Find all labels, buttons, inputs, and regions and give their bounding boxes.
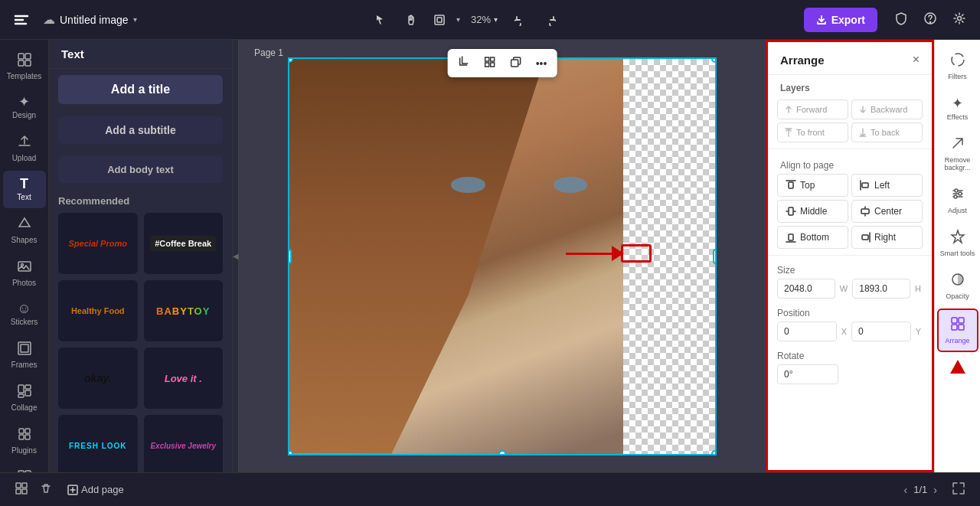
pointer-tool-btn[interactable]	[369, 9, 394, 31]
sidebar-item-frames[interactable]: Frames	[3, 335, 46, 376]
forward-btn[interactable]: Forward	[777, 100, 848, 119]
svg-rect-9	[25, 54, 31, 59]
align-middle-btn[interactable]: Middle	[777, 200, 848, 223]
smart-tools-btn[interactable]: Smart tools	[937, 223, 978, 264]
settings-icon-btn[interactable]	[948, 7, 971, 33]
shapes-icon	[17, 216, 32, 233]
panel-collapse-handle[interactable]: ◀	[233, 40, 239, 472]
canvas-area[interactable]: Page 1 •••	[239, 40, 766, 472]
duplicate-tool-btn[interactable]	[505, 52, 528, 74]
arrange-close-btn[interactable]: ×	[913, 53, 920, 67]
to-back-btn[interactable]: To back	[851, 122, 923, 142]
pos-x-input[interactable]	[777, 322, 837, 341]
sidebar-item-design[interactable]: ✦ Design	[3, 89, 46, 126]
resize-handle-mr[interactable]	[713, 249, 717, 264]
adjust-icon	[950, 186, 965, 205]
align-top-btn[interactable]: Top	[777, 174, 848, 197]
size-height-input[interactable]	[852, 279, 910, 299]
align-right-btn[interactable]: Right	[851, 226, 923, 249]
template-babytoy[interactable]: BABYTOY	[144, 280, 224, 341]
logo-icon[interactable]	[9, 8, 34, 32]
chevron-down-icon[interactable]: ▾	[133, 15, 137, 24]
filters-btn[interactable]: Filters	[937, 46, 978, 87]
template-coffee-break[interactable]: #Coffee Break	[144, 213, 224, 274]
add-body-btn[interactable]: Add body text	[58, 156, 223, 183]
delete-btn[interactable]	[37, 479, 55, 501]
svg-point-47	[952, 54, 964, 66]
pos-y-input[interactable]	[851, 322, 911, 341]
tmpl-special-promo-text: Special Promo	[69, 239, 127, 248]
svg-rect-17	[18, 385, 24, 393]
sidebar-item-plugins[interactable]: Plugins	[3, 420, 46, 462]
sidebar-item-more[interactable]	[3, 463, 46, 472]
export-button[interactable]: Export	[804, 8, 877, 32]
template-fresh-look[interactable]: FRESH LOOK	[58, 415, 138, 472]
canvas-frame[interactable]	[288, 57, 717, 455]
align-left-btn[interactable]: Left	[851, 174, 923, 197]
resize-handle-ml[interactable]	[288, 249, 292, 264]
resize-handle-br[interactable]	[711, 450, 717, 455]
template-love-it[interactable]: Love it .	[144, 348, 224, 409]
sidebar-item-shapes[interactable]: Shapes	[3, 210, 46, 251]
sidebar-item-templates[interactable]: Templates	[3, 46, 46, 87]
doc-title[interactable]: Untitled image	[60, 14, 129, 26]
template-exclusive-jewelry[interactable]: Exclusive Jewelry	[144, 415, 224, 472]
svg-marker-51	[952, 230, 964, 243]
effects-btn[interactable]: ✦ Effects	[937, 89, 978, 128]
size-width-input[interactable]	[777, 279, 835, 299]
sidebar-item-upload[interactable]: Upload	[3, 128, 46, 169]
position-section: Position X Y	[768, 305, 932, 348]
sidebar-item-photos[interactable]: Photos	[3, 253, 46, 294]
sidebar-item-collage[interactable]: Collage	[3, 377, 46, 419]
next-page-btn[interactable]: ›	[933, 484, 937, 496]
zoom-control[interactable]: 32% ▾	[465, 11, 504, 28]
crop-tool-btn[interactable]	[452, 52, 475, 74]
svg-point-14	[21, 264, 23, 266]
undo-btn[interactable]	[508, 9, 533, 31]
grid-view-btn[interactable]	[12, 479, 31, 501]
prev-page-btn[interactable]: ‹	[904, 484, 908, 496]
remove-bg-btn[interactable]: Remove backgr...	[937, 129, 978, 179]
eye-right	[554, 177, 587, 193]
sidebar-item-stickers[interactable]: ☺ Stickers	[3, 295, 46, 333]
svg-rect-11	[25, 60, 31, 66]
opacity-btn[interactable]: Opacity	[937, 266, 978, 307]
frame-tool-btn[interactable]	[427, 9, 452, 31]
red-arrow-annotation	[566, 244, 652, 263]
text-panel: Text Add a title Add a subtitle Add body…	[49, 40, 233, 472]
filters-icon	[950, 52, 965, 71]
shield-icon-btn[interactable]	[890, 7, 913, 33]
resize-handle-bm[interactable]	[498, 450, 506, 455]
template-okay[interactable]: okay.	[58, 348, 138, 409]
bottom-bar: Add page ‹ 1/1 ›	[0, 472, 980, 506]
design-icon: ✦	[18, 95, 30, 109]
resize-handle-tr[interactable]	[711, 57, 717, 63]
add-subtitle-btn[interactable]: Add a subtitle	[58, 116, 223, 144]
backward-btn[interactable]: Backward	[851, 100, 923, 119]
rotate-input[interactable]	[777, 364, 838, 384]
svg-rect-59	[16, 489, 21, 494]
fullscreen-btn[interactable]	[949, 479, 968, 501]
text-sidebar-icon: T	[20, 177, 28, 191]
sidebar-item-text[interactable]: T Text	[3, 171, 46, 208]
grid-tool-btn[interactable]	[479, 52, 501, 74]
redo-btn[interactable]	[537, 9, 562, 31]
template-healthy-food[interactable]: Healthy Food	[58, 280, 138, 341]
align-center-btn[interactable]: Center	[851, 200, 923, 223]
arrange-btn[interactable]: Arrange	[937, 308, 978, 353]
align-bottom-btn[interactable]: Bottom	[777, 226, 848, 249]
svg-rect-57	[16, 483, 21, 488]
adjust-btn[interactable]: Adjust	[937, 180, 978, 221]
layers-row: Forward Backward To front To back	[768, 96, 932, 145]
add-page-btn[interactable]: Add page	[61, 481, 130, 498]
tmpl-babytoy-text: BABYTOY	[156, 305, 210, 317]
chevron-frame-icon[interactable]: ▾	[456, 15, 460, 24]
template-special-promo[interactable]: Special Promo	[58, 213, 138, 274]
hand-tool-btn[interactable]	[398, 9, 423, 31]
svg-rect-32	[511, 60, 518, 67]
svg-point-48	[955, 189, 958, 192]
add-title-btn[interactable]: Add a title	[58, 75, 223, 104]
to-front-btn[interactable]: To front	[777, 122, 848, 142]
more-tool-btn[interactable]: •••	[531, 54, 553, 73]
help-icon-btn[interactable]	[919, 7, 942, 33]
